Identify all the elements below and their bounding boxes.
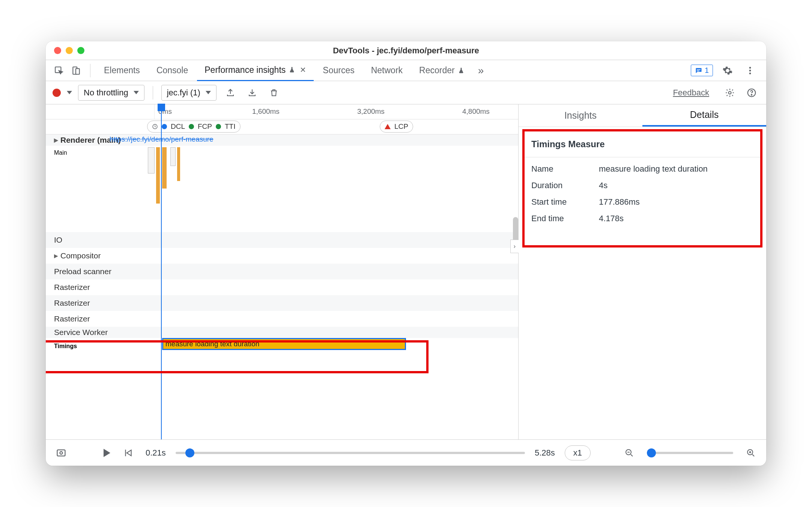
tracks: ▶ Renderer (main) https://jec.fyi/demo/p… [46,134,518,439]
playhead-handle[interactable] [158,104,165,111]
chevron-down-icon [206,91,211,94]
play-icon [104,449,110,457]
main-area: 0ms 1,600ms 3,200ms 4,800ms DCL FCP [46,104,766,439]
playhead[interactable] [161,104,162,439]
titlebar: DevTools - jec.fyi/demo/perf-measure [46,41,766,60]
throttling-select[interactable]: No throttling [78,85,144,101]
track-timings[interactable]: Timings measure loading text duration [46,338,518,355]
svg-point-5 [749,67,751,69]
tick-label: 1,600ms [252,107,280,116]
track-service-worker[interactable]: Service Worker [46,327,518,338]
toggle-view-icon[interactable] [53,445,69,461]
detail-value: 4.178s [599,214,753,223]
tab-elements[interactable]: Elements [96,60,147,81]
playback-speed[interactable]: x1 [565,445,591,460]
detail-key: Start time [531,197,599,207]
import-icon[interactable] [244,85,260,101]
marker-dot [162,124,167,129]
track-rasterizer[interactable]: Rasterizer [46,279,518,295]
minimize-window-button[interactable] [66,47,73,54]
playback-end-time: 5.28s [535,448,555,458]
inspect-icon[interactable] [51,63,67,78]
svg-point-6 [749,69,751,71]
zoom-in-icon[interactable] [743,445,759,461]
zoom-slider[interactable] [647,452,733,454]
marker-pill-lcp[interactable]: LCP [380,121,413,133]
record-dropdown-icon[interactable] [67,91,72,94]
warning-icon [385,124,391,129]
slider-thumb[interactable] [185,448,194,457]
task-block[interactable] [170,147,176,166]
play-button[interactable] [104,449,110,457]
issues-badge[interactable]: 1 [691,65,713,76]
rewind-icon[interactable] [120,445,136,461]
issues-count: 1 [705,66,709,75]
flask-icon [458,67,465,74]
svg-rect-3 [697,69,701,70]
track-rasterizer[interactable]: Rasterizer [46,295,518,311]
markers-row: DCL FCP TTI LCP [46,119,518,134]
tab-label: Performance insights [205,65,286,75]
tab-network[interactable]: Network [364,60,410,81]
details-tabs: Insights Details [519,104,766,127]
svg-point-8 [729,91,731,94]
track-compositor[interactable]: ▶Compositor [46,248,518,264]
export-icon[interactable] [223,85,238,101]
timings-measure-bar[interactable]: measure loading text duration [162,338,406,350]
tab-recorder[interactable]: Recorder [412,60,472,81]
detail-key: Duration [531,181,599,190]
details-box: Timings Measure Name measure loading tex… [522,129,762,247]
chevron-down-icon [134,91,139,94]
task-block[interactable] [162,147,167,189]
panel-settings-icon[interactable] [722,85,738,101]
svg-rect-2 [76,68,80,74]
svg-point-10 [751,94,752,95]
recording-value: jec.fyi (1) [167,88,200,98]
tick-label: 3,200ms [357,107,385,116]
help-icon[interactable] [744,85,759,101]
kebab-menu-icon[interactable] [742,63,758,78]
slider-thumb[interactable] [647,448,656,457]
details-pane: Insights Details Timings Measure Name me… [519,104,766,439]
settings-icon[interactable] [720,63,735,78]
tab-console[interactable]: Console [149,60,195,81]
tab-details[interactable]: Details [642,104,766,127]
task-block[interactable] [148,147,155,174]
playback-bar: 0.21s 5.28s x1 [46,439,766,466]
detail-value: 177.886ms [599,197,753,207]
detail-key: End time [531,214,599,223]
record-button[interactable] [53,89,61,97]
tab-sources[interactable]: Sources [315,60,362,81]
zoom-window-button[interactable] [77,47,84,54]
marker-dot [189,124,194,129]
close-window-button[interactable] [54,47,61,54]
delete-icon[interactable] [266,85,282,101]
tab-insights[interactable]: Insights [519,104,642,127]
marker-dot [216,124,221,129]
time-ruler[interactable]: 0ms 1,600ms 3,200ms 4,800ms [46,104,518,119]
track-main[interactable]: Main [46,146,518,232]
svg-rect-12 [57,450,65,456]
svg-point-13 [60,451,63,454]
zoom-out-icon[interactable] [621,445,637,461]
track-rasterizer[interactable]: Rasterizer [46,311,518,327]
track-renderer[interactable]: ▶ Renderer (main) https://jec.fyi/demo/p… [46,134,518,146]
more-tabs-icon[interactable]: » [474,65,489,77]
track-preload-scanner[interactable]: Preload scanner [46,264,518,279]
tab-performance-insights[interactable]: Performance insights ✕ [197,60,314,81]
task-block[interactable] [177,147,180,181]
track-io[interactable]: IO [46,232,518,248]
collapse-sidebar-icon[interactable]: › [510,240,519,253]
playback-slider[interactable] [176,452,525,454]
window-title: DevTools - jec.fyi/demo/perf-measure [46,46,766,56]
close-tab-icon[interactable]: ✕ [300,65,306,74]
throttling-value: No throttling [84,88,128,98]
device-toolbar-icon[interactable] [68,63,84,78]
traffic-lights [54,47,84,54]
timeline-pane: 0ms 1,600ms 3,200ms 4,800ms DCL FCP [46,104,519,439]
separator [153,86,153,100]
recording-select[interactable]: jec.fyi (1) [161,85,217,101]
feedback-link[interactable]: Feedback [673,88,709,98]
task-block[interactable] [156,147,160,204]
playback-start-time: 0.21s [146,448,166,458]
